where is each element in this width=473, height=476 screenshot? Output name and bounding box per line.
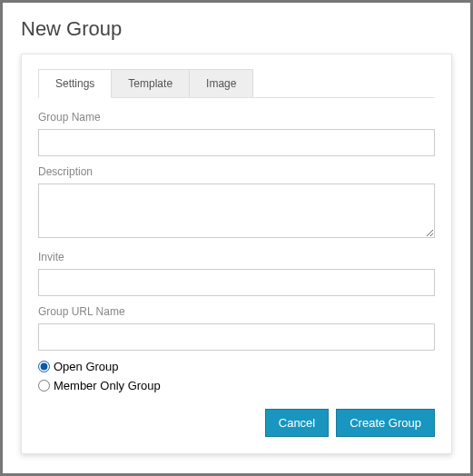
tab-settings[interactable]: Settings <box>38 69 112 98</box>
invite-input[interactable] <box>38 269 435 296</box>
description-label: Description <box>38 165 435 178</box>
page-title: New Group <box>21 17 452 41</box>
url-name-input[interactable] <box>38 323 435 351</box>
member-only-label: Member Only Group <box>54 379 161 392</box>
tabs: Settings Template Image <box>38 69 435 98</box>
tab-image[interactable]: Image <box>190 69 253 97</box>
open-group-radio[interactable] <box>38 361 50 372</box>
group-name-label: Group Name <box>38 111 435 124</box>
url-name-label: Group URL Name <box>38 305 435 318</box>
actions: Cancel Create Group <box>38 409 435 437</box>
group-name-input[interactable] <box>38 129 435 156</box>
open-group-label: Open Group <box>54 360 119 373</box>
tab-template[interactable]: Template <box>112 69 190 97</box>
invite-label: Invite <box>38 251 435 263</box>
new-group-panel: Settings Template Image Group Name Descr… <box>21 54 452 454</box>
description-input[interactable] <box>38 183 435 238</box>
cancel-button[interactable]: Cancel <box>265 409 329 437</box>
member-only-radio[interactable] <box>38 380 50 392</box>
create-group-button[interactable]: Create Group <box>336 409 435 437</box>
